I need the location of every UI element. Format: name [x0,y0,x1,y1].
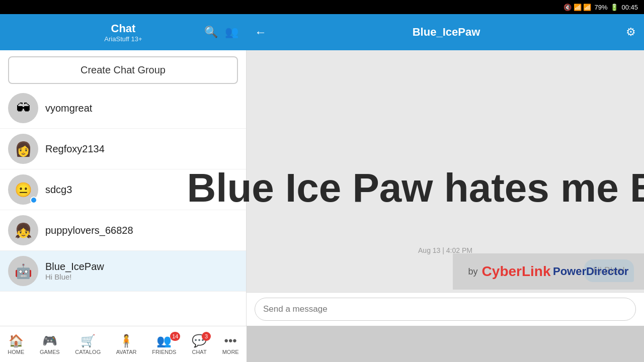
catalog-label: CATALOG [75,349,101,355]
nav-item-catalog[interactable]: 🛒 CATALOG [75,334,101,355]
more-icon: ••• [224,334,237,348]
chat-panel-subtitle: AriaStuff 13+ [104,35,142,43]
link-text: Link [522,263,551,279]
app-wrapper: Chat AriaStuff 13+ 🔍 👥 ← Blue_IcePaw ⚙ C… [0,14,644,362]
chat-preview: Hi Blue! [45,273,104,281]
nav-item-friends[interactable]: 👥 14 FRIENDS [152,334,176,355]
chat-list-item[interactable]: 😐 sdcg3 [0,169,246,210]
message-input[interactable] [255,298,636,321]
chat-name: vyomgreat [45,103,92,114]
chat-info: puppylovers_66828 [45,225,133,236]
nav-item-chat[interactable]: 💬 3 CHAT [192,334,207,355]
chat-list-panel: Create Chat Group 🕶 vyomgreat 👩 Regfoxy2… [0,50,247,326]
nav-item-avatar[interactable]: 🧍 AVATAR [116,334,137,355]
chat-info: vyomgreat [45,103,92,114]
create-group-wrapper: Create Chat Group [0,50,246,88]
home-label: HOME [8,349,24,355]
avatar: 👧 [8,215,38,245]
status-icon-battery: 🔋 [610,4,618,11]
chat-info: sdcg3 [45,184,72,196]
avatar-icon: 🕶 [16,100,30,117]
chat-badge: 3 [202,332,211,341]
top-headers: Chat AriaStuff 13+ 🔍 👥 ← Blue_IcePaw ⚙ [0,14,644,50]
chat-list-item[interactable]: 👩 Regfoxy2134 [0,129,246,169]
chat-list-item[interactable]: 🕶 vyomgreat [0,88,246,129]
message-input-area [247,292,644,326]
group-add-icon[interactable]: 👥 [225,26,238,39]
chat-panel-header: Chat AriaStuff 13+ 🔍 👥 [0,14,247,50]
chat-name: Regfoxy2134 [45,143,105,155]
bottom-navigation: 🏠 HOME 🎮 GAMES 🛒 CATALOG 🧍 AVATAR 👥 14 F… [0,326,247,362]
avatar-label: AVATAR [116,349,137,355]
conversation-title: Blue_IcePaw [275,26,618,39]
status-icons: 🔇 📶 📶 [564,4,591,11]
avatar-icon: 👩 [15,141,32,157]
chat-name: sdcg3 [45,184,72,196]
nav-item-home[interactable]: 🏠 HOME [8,334,24,355]
search-icon[interactable]: 🔍 [204,26,218,39]
product-name: PowerDirector [553,265,628,278]
avatar-icon: 😐 [15,182,32,198]
online-indicator [30,197,37,204]
back-button[interactable]: ← [255,25,267,39]
clock: 00:45 [621,4,638,11]
chat-name: Blue_IcePaw [45,261,104,273]
more-label: MORE [222,349,239,355]
content-area: Create Chat Group 🕶 vyomgreat 👩 Regfoxy2… [0,50,644,326]
avatar: 🕶 [8,93,38,123]
by-label: by [468,266,478,277]
avatar: 😐 [8,174,38,205]
avatar-icon: 🧍 [119,334,134,348]
chat-list-item-active[interactable]: 🤖 Blue_IcePaw Hi Blue! [0,251,246,292]
games-icon: 🎮 [42,334,57,348]
catalog-icon: 🛒 [80,334,96,348]
chat-panel-title: Chat [111,22,136,35]
chat-info: Blue_IcePaw Hi Blue! [45,261,104,281]
nav-item-more[interactable]: ••• MORE [222,334,239,355]
status-bar: 🔇 📶 📶 79% 🔋 00:45 [0,0,644,14]
conversation-panel: Blue Ice Paw hates me Btw Aug 13 | 4:02 … [247,50,644,326]
avatar-icon: 🤖 [15,263,32,280]
chat-header-icons: 🔍 👥 [204,26,238,39]
friends-icon: 👥 [156,334,172,348]
friends-badge: 14 [170,332,180,341]
battery-level: 79% [594,4,607,11]
friends-label: FRIENDS [152,349,176,355]
nav-item-games[interactable]: 🎮 GAMES [40,334,60,355]
chat-name: puppylovers_66828 [45,225,133,236]
bottom-row: 🏠 HOME 🎮 GAMES 🛒 CATALOG 🧍 AVATAR 👥 14 F… [0,326,644,362]
conversation-header: ← Blue_IcePaw ⚙ [247,14,644,50]
cyber-text: Cyber [482,263,522,279]
chat-list-item[interactable]: 👧 puppylovers_66828 [0,210,246,251]
games-label: GAMES [40,349,60,355]
avatar: 🤖 [8,256,38,286]
home-icon: 🏠 [9,334,24,348]
chat-info: Regfoxy2134 [45,143,105,155]
avatar-icon: 👧 [15,222,32,239]
create-chat-group-button[interactable]: Create Chat Group [8,56,238,84]
cyberlink-badge: by CyberLink PowerDirector [453,253,644,290]
chat-header-title: Chat AriaStuff 13+ [104,22,142,43]
settings-button[interactable]: ⚙ [626,26,636,39]
chat-label: CHAT [192,349,206,355]
avatar: 👩 [8,134,38,164]
cyberlink-brand: CyberLink [482,263,551,280]
